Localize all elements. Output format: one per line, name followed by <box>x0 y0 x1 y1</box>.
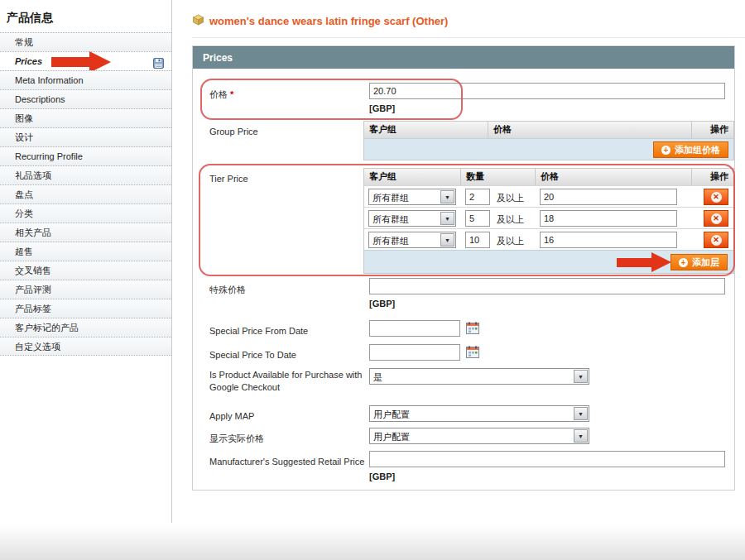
col-price: 价格 <box>536 169 692 185</box>
sidebar-item-recurring-profile[interactable]: Recurring Profile <box>0 146 171 165</box>
title-divider <box>192 37 745 38</box>
delete-tier-button[interactable]: ✕ <box>704 210 728 227</box>
sidebar-item-general[interactable]: 常规 <box>0 32 171 51</box>
chevron-down-icon: ▼ <box>574 429 588 443</box>
apply-map-label: Apply MAP <box>209 410 365 423</box>
sidebar-item-design[interactable]: 设计 <box>0 127 171 146</box>
display-actual-price-label: 显示实际价格 <box>209 433 365 445</box>
tier-price-footer-row: + 添加层 <box>364 250 733 273</box>
calendar-icon[interactable] <box>466 346 479 358</box>
sidebar-item-images[interactable]: 图像 <box>0 108 171 127</box>
col-action: 操作 <box>692 169 733 185</box>
chevron-down-icon: ▼ <box>440 233 454 246</box>
special-from-label: Special Price From Date <box>209 325 365 337</box>
display-actual-price-select[interactable]: 用户配置 ▼ <box>369 428 589 444</box>
msrp-input[interactable] <box>369 451 725 467</box>
group-price-footer-row: + 添加组价格 <box>364 138 733 160</box>
price-label: 价格 * <box>209 89 365 101</box>
tier-price-input[interactable] <box>540 210 677 227</box>
add-group-price-button[interactable]: + 添加组价格 <box>653 141 728 158</box>
google-checkout-select[interactable]: 是 ▼ <box>369 368 589 385</box>
required-mark: * <box>230 89 233 99</box>
chevron-down-icon: ▼ <box>440 212 454 225</box>
and-above-label: 及以上 <box>497 192 524 204</box>
tier-qty-input[interactable] <box>465 210 490 227</box>
chevron-down-icon: ▼ <box>440 190 454 203</box>
package-icon <box>192 14 204 28</box>
special-from-input[interactable] <box>369 320 460 337</box>
sidebar-item-product-tags[interactable]: 产品标签 <box>0 299 171 318</box>
tier-price-row: 所有群组 ▼ 及以上 ✕ <box>364 185 733 207</box>
tier-price-table: 客户组 数量 价格 操作 所有群组 ▼ 及以上 ✕ 所有群组 ▼ 及以上 ✕ <box>363 168 734 274</box>
sidebar-item-up-sells[interactable]: 超售 <box>0 242 171 261</box>
delete-tier-button[interactable]: ✕ <box>704 232 728 248</box>
msrp-label: Manufacturer's Suggested Retail Price <box>209 456 365 468</box>
special-price-label: 特殊价格 <box>209 284 365 296</box>
group-price-table: 客户组 价格 操作 + 添加组价格 <box>363 121 734 160</box>
add-tier-button[interactable]: + 添加层 <box>670 254 728 270</box>
panel-heading: Prices <box>193 46 734 69</box>
sidebar-item-prices[interactable]: Prices <box>0 51 171 70</box>
tier-price-row: 所有群组 ▼ 及以上 ✕ <box>364 207 733 228</box>
page-title: women's dance wears latin fringe scarf (… <box>192 14 448 28</box>
delete-icon: ✕ <box>711 192 722 203</box>
tier-price-input[interactable] <box>540 189 677 205</box>
special-to-input[interactable] <box>369 344 460 361</box>
sidebar-item-product-reviews[interactable]: 产品评测 <box>0 280 171 299</box>
delete-icon: ✕ <box>711 213 722 224</box>
sidebar-item-cross-sells[interactable]: 交叉销售 <box>0 261 171 280</box>
sidebar-item-related-products[interactable]: 相关产品 <box>0 223 171 242</box>
special-to-label: Special Price To Date <box>209 349 365 361</box>
special-price-input[interactable] <box>369 278 725 294</box>
col-customer-group: 客户组 <box>364 169 461 185</box>
price-input[interactable] <box>369 83 725 99</box>
msrp-currency-note: [GBP] <box>369 471 395 481</box>
tier-price-table-header: 客户组 数量 价格 操作 <box>364 169 733 185</box>
tier-price-label: Tier Price <box>209 173 365 185</box>
tier-price-row: 所有群组 ▼ 及以上 ✕ <box>364 228 733 250</box>
special-price-currency-note: [GBP] <box>369 299 395 309</box>
sidebar-item-customers-tagged-product[interactable]: 客户标记的产品 <box>0 318 171 337</box>
plus-icon: + <box>679 258 688 267</box>
sidebar-item-meta-information[interactable]: Meta Information <box>0 70 171 89</box>
tier-group-select[interactable]: 所有群组 ▼ <box>368 189 456 205</box>
add-tier-pointer-arrow <box>617 253 671 271</box>
and-above-label: 及以上 <box>497 213 524 226</box>
tier-qty-input[interactable] <box>465 232 490 248</box>
delete-tier-button[interactable]: ✕ <box>704 189 728 205</box>
and-above-label: 及以上 <box>497 235 524 247</box>
page-title-text: women's dance wears latin fringe scarf (… <box>209 15 448 27</box>
chevron-down-icon: ▼ <box>574 370 588 383</box>
calendar-icon[interactable] <box>466 322 479 334</box>
tier-group-select[interactable]: 所有群组 ▼ <box>368 232 456 248</box>
col-action: 操作 <box>692 122 733 138</box>
sidebar-title: 产品信息 <box>0 0 171 32</box>
col-price: 价格 <box>488 122 692 138</box>
tier-qty-input[interactable] <box>465 189 490 205</box>
sidebar-item-gift-options[interactable]: 礼品选项 <box>0 165 171 184</box>
page-footer-gradient <box>0 525 745 560</box>
apply-map-select[interactable]: 用户配置 ▼ <box>369 405 589 422</box>
prices-panel: Prices 价格 * [GBP] Group Price 客户组 价格 操作 … <box>192 45 735 491</box>
delete-icon: ✕ <box>711 235 722 246</box>
sidebar-item-inventory[interactable]: 盘点 <box>0 184 171 203</box>
prices-pointer-arrow <box>51 55 111 68</box>
col-qty: 数量 <box>461 169 536 185</box>
col-customer-group: 客户组 <box>364 122 488 138</box>
tier-group-select[interactable]: 所有群组 ▼ <box>368 210 456 227</box>
sidebar-item-custom-options[interactable]: 自定义选项 <box>0 337 171 356</box>
group-price-table-header: 客户组 价格 操作 <box>364 122 733 138</box>
chevron-down-icon: ▼ <box>574 407 588 420</box>
google-checkout-label: Is Product Available for Purchase with G… <box>209 369 365 394</box>
plus-icon: + <box>661 146 670 155</box>
tier-price-input[interactable] <box>540 232 677 248</box>
sidebar-item-categories[interactable]: 分类 <box>0 203 171 223</box>
product-info-sidebar: 产品信息 常规 Prices Meta Information Descript… <box>0 0 172 523</box>
group-price-label: Group Price <box>209 126 365 138</box>
sidebar-item-descriptions[interactable]: Descriptions <box>0 89 171 108</box>
price-currency-note: [GBP] <box>369 103 395 113</box>
